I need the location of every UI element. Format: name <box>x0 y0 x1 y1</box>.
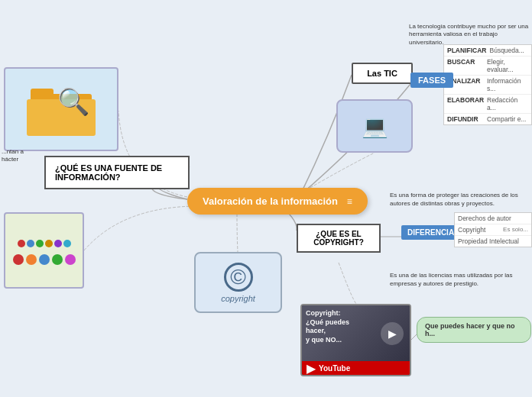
node-fuente[interactable]: ¿QUÉ ES UNA FUENTE DE INFORMACIÓN? <box>44 156 190 189</box>
youtube-thumbnail[interactable]: Copyright:¿Qué puedeshacer,y que NO... ▶… <box>300 304 411 376</box>
copyright-image: © copyright <box>194 252 282 313</box>
magnifier-icon: 🔍 <box>57 86 89 117</box>
dif-row: CopyrightEs solo... <box>455 224 531 236</box>
dif-value: Es solo... <box>503 226 528 234</box>
dif-label: Copyright <box>458 226 501 234</box>
fases-value: Elegir, evaluar... <box>487 58 528 73</box>
copyright-description: Es una forma de proteger las creaciones … <box>390 191 532 208</box>
node-las-tic[interactable]: Las TIC <box>352 63 413 84</box>
menu-icon: ≡ <box>347 196 352 207</box>
youtube-bar: ▶ YouTube <box>302 361 410 375</box>
copyright-label: copyright <box>221 294 255 303</box>
fases-row: PLANIFICARBúsqueda... <box>444 45 531 56</box>
node-fases[interactable]: FASES <box>410 73 453 88</box>
fases-value: Compartir e... <box>487 115 527 123</box>
video-content: Copyright:¿Qué puedeshacer,y que NO... ▶ <box>302 305 410 361</box>
dif-row: Propiedad Intelectual <box>455 236 531 247</box>
central-node[interactable]: Valoración de la información ≡ <box>187 188 368 215</box>
people-image <box>4 212 84 289</box>
fases-row: ELABORARRedacción a... <box>444 95 531 114</box>
fases-value: Información s... <box>487 77 528 92</box>
fases-label: ELABORAR <box>447 96 484 111</box>
network-graphic <box>14 236 75 251</box>
tic-image: 💻 <box>336 99 413 153</box>
play-button[interactable]: ▶ <box>381 322 404 345</box>
copyright-symbol: © <box>224 263 253 292</box>
fases-value: Búsqueda... <box>489 47 524 54</box>
fases-value: Redacción a... <box>487 96 528 111</box>
fases-table: PLANIFICARBúsqueda...BUSCARElegir, evalu… <box>443 44 532 125</box>
fases-label: BUSCAR <box>447 58 484 73</box>
diferencias-table: Derechos de autorCopyrightEs solo...Prop… <box>454 212 532 247</box>
dif-label: Propiedad Intelectual <box>458 237 526 245</box>
video-text: Copyright:¿Qué puedeshacer,y que NO... <box>306 309 349 345</box>
que-puedes-hacer-bubble[interactable]: Que puedes hacer y que no h... <box>417 317 531 343</box>
fases-label: PLANIFICAR <box>447 47 486 54</box>
left-description: ...ntan a hácter <box>0 147 42 166</box>
dif-label: Derechos de autor <box>458 215 526 222</box>
svg-line-2 <box>411 334 417 340</box>
fases-row: BUSCARElegir, evaluar... <box>444 56 531 76</box>
youtube-logo: YouTube <box>319 364 350 373</box>
folder-image: 🔍 <box>4 67 118 151</box>
fases-label: DIFUNDIR <box>447 115 484 123</box>
people-row <box>13 254 76 265</box>
dif-row: Derechos de autor <box>455 213 531 224</box>
youtube-icon: ▶ <box>307 361 316 376</box>
node-copyright-question[interactable]: ¿QUE ES EL COPYRIGHT? <box>297 224 381 253</box>
bottom-description: Es una de las licencias mas utilizadas p… <box>390 271 532 288</box>
fases-row: DIFUNDIRCompartir e... <box>444 114 531 124</box>
fases-row: ANALIZARInformación s... <box>444 76 531 95</box>
